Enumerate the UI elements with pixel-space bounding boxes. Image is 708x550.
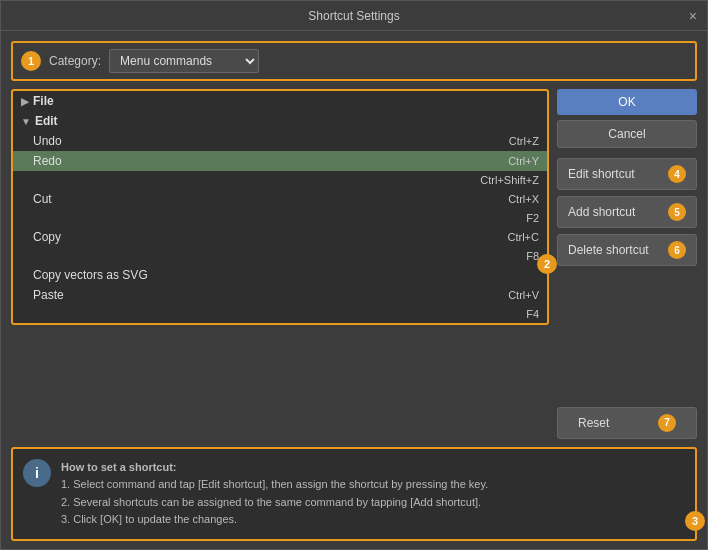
main-area: ▶ File ▼ Edit Undo Ctrl+Z Red: [11, 89, 697, 439]
tree-label: Copy vectors as SVG: [33, 268, 539, 282]
shortcut-value: Ctrl+Y: [508, 155, 539, 167]
tree-label: Paste: [33, 288, 508, 302]
title-bar: Shortcut Settings ×: [1, 1, 707, 31]
tree-panel[interactable]: ▶ File ▼ Edit Undo Ctrl+Z Red: [11, 89, 549, 325]
close-button[interactable]: ×: [689, 8, 697, 24]
shortcut-value: Ctrl+Shift+Z: [480, 174, 539, 186]
category-label: Category:: [49, 54, 101, 68]
edit-shortcut-button[interactable]: Edit shortcut 4: [557, 158, 697, 190]
tree-item-copysvg[interactable]: Copy vectors as SVG: [13, 265, 547, 285]
info-panel: i How to set a shortcut: 1. Select comma…: [11, 447, 697, 541]
shortcut-value: Ctrl+V: [508, 289, 539, 301]
content-area: 1 Category: Menu commands ▶ File ▼: [1, 31, 707, 550]
add-shortcut-button[interactable]: Add shortcut 5: [557, 196, 697, 228]
delete-shortcut-button[interactable]: Delete shortcut 6: [557, 234, 697, 266]
arrow-icon: ▼: [21, 116, 31, 127]
tree-item-undo[interactable]: Undo Ctrl+Z: [13, 131, 547, 151]
shortcut-value: F2: [526, 212, 539, 224]
tree-label: Copy: [33, 230, 508, 244]
tree-label: Cut: [33, 192, 508, 206]
reset-button[interactable]: Reset 7: [557, 407, 697, 439]
shortcut-settings-window: Shortcut Settings × 1 Category: Menu com…: [0, 0, 708, 550]
cancel-button[interactable]: Cancel: [557, 120, 697, 148]
tree-item-redo2[interactable]: Ctrl+Shift+Z: [13, 171, 547, 189]
badge-2: 2: [537, 254, 557, 274]
tree-item-file[interactable]: ▶ File: [13, 91, 547, 111]
ok-button[interactable]: OK: [557, 89, 697, 115]
category-row: 1 Category: Menu commands: [11, 41, 697, 81]
badge-4: 4: [668, 165, 686, 183]
tree-item-cut[interactable]: Cut Ctrl+X: [13, 189, 547, 209]
tree-label: Undo: [33, 134, 509, 148]
tree-item-copy[interactable]: Copy Ctrl+C: [13, 227, 547, 247]
badge-7: 7: [658, 414, 676, 432]
badge-1: 1: [21, 51, 41, 71]
shortcut-value: F4: [526, 308, 539, 320]
right-panel: OK Cancel Edit shortcut 4 Add shortcut 5…: [557, 89, 697, 439]
shortcut-value: Ctrl+Z: [509, 135, 539, 147]
tree-item-redo[interactable]: Redo Ctrl+Y: [13, 151, 547, 171]
shortcut-value: Ctrl+X: [508, 193, 539, 205]
top-buttons: OK Cancel: [557, 89, 697, 148]
tree-label: Redo: [33, 154, 508, 168]
arrow-icon: ▶: [21, 96, 29, 107]
info-line-2: 2. Several shortcuts can be assigned to …: [61, 496, 481, 508]
tree-item-paste[interactable]: Paste Ctrl+V: [13, 285, 547, 305]
shortcut-value: Ctrl+C: [508, 231, 539, 243]
category-select[interactable]: Menu commands: [109, 49, 259, 73]
window-title: Shortcut Settings: [308, 9, 399, 23]
tree-item-copy2[interactable]: F8: [13, 247, 547, 265]
badge-5: 5: [668, 203, 686, 221]
info-text: How to set a shortcut: 1. Select command…: [61, 459, 488, 529]
tree-label: Edit: [35, 114, 539, 128]
info-line-1: 1. Select command and tap [Edit shortcut…: [61, 478, 488, 490]
tree-label: File: [33, 94, 539, 108]
info-title: How to set a shortcut:: [61, 461, 177, 473]
tree-item-paste2[interactable]: F4: [13, 305, 547, 323]
info-line-3: 3. Click [OK] to update the changes.: [61, 513, 237, 525]
tree-item-edit[interactable]: ▼ Edit: [13, 111, 547, 131]
tree-item-cut2[interactable]: F2: [13, 209, 547, 227]
badge-3: 3: [685, 511, 705, 531]
info-panel-wrapper: i How to set a shortcut: 1. Select comma…: [11, 447, 697, 541]
info-icon: i: [23, 459, 51, 487]
badge-6: 6: [668, 241, 686, 259]
